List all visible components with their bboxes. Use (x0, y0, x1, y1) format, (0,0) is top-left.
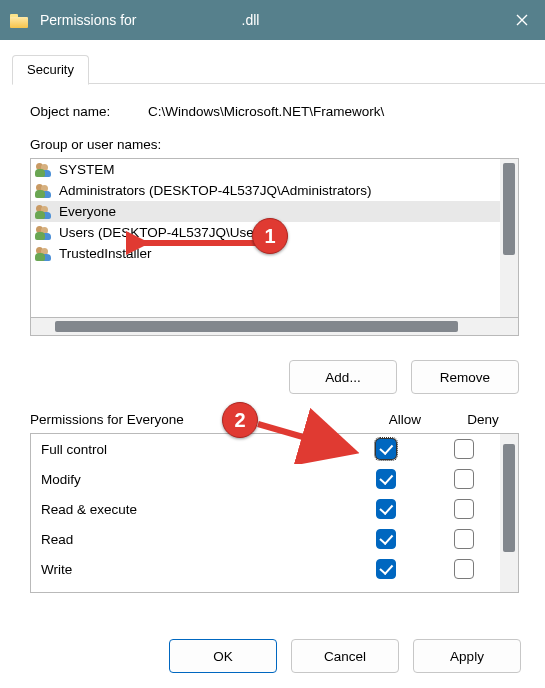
permissions-header: Permissions for Everyone Allow Deny (30, 412, 519, 427)
list-item-label: Users (DESKTOP-4L537JQ\Users) (59, 225, 270, 240)
permission-name: Read & execute (41, 502, 344, 517)
permission-name: Read (41, 532, 344, 547)
groups-listbox[interactable]: SYSTEMAdministrators (DESKTOP-4L537JQ\Ad… (30, 158, 519, 318)
tab-security[interactable]: Security (12, 55, 89, 85)
vertical-scrollbar[interactable] (500, 434, 518, 592)
allow-column-header: Allow (363, 412, 447, 427)
groups-label: Group or user names: (30, 137, 519, 152)
deny-checkbox[interactable] (454, 559, 474, 579)
list-item-label: TrustedInstaller (59, 246, 152, 261)
title-prefix: Permissions for (40, 12, 136, 28)
list-item[interactable]: Administrators (DESKTOP-4L537JQ\Administ… (31, 180, 500, 201)
users-icon (35, 163, 53, 177)
horizontal-scrollbar[interactable] (30, 318, 519, 336)
users-icon (35, 205, 53, 219)
remove-button[interactable]: Remove (411, 360, 519, 394)
close-button[interactable] (499, 0, 545, 40)
list-item-label: Administrators (DESKTOP-4L537JQ\Administ… (59, 183, 372, 198)
title-bar: Permissions for .dll (0, 0, 545, 40)
permission-row: Write (31, 554, 500, 584)
vertical-scrollbar[interactable] (500, 159, 518, 317)
users-icon (35, 184, 53, 198)
list-item[interactable]: SYSTEM (31, 159, 500, 180)
title-filename: .dll (242, 12, 260, 28)
deny-checkbox[interactable] (454, 529, 474, 549)
permissions-title: Permissions for Everyone (30, 412, 363, 427)
object-name-value: C:\Windows\Microsoft.NET\Framework\ (148, 104, 384, 119)
apply-button[interactable]: Apply (413, 639, 521, 673)
object-name-row: Object name: C:\Windows\Microsoft.NET\Fr… (30, 104, 519, 119)
deny-column-header: Deny (447, 412, 519, 427)
tab-strip: Security (12, 54, 545, 84)
users-icon (35, 247, 53, 261)
permission-row: Read & execute (31, 494, 500, 524)
allow-checkbox[interactable] (376, 439, 396, 459)
deny-checkbox[interactable] (454, 469, 474, 489)
object-name-label: Object name: (30, 104, 148, 119)
dialog-button-row: OK Cancel Apply (0, 624, 545, 688)
window-title: Permissions for .dll (40, 12, 499, 28)
allow-checkbox[interactable] (376, 469, 396, 489)
cancel-button[interactable]: Cancel (291, 639, 399, 673)
permissions-list: Full controlModifyRead & executeReadWrit… (30, 433, 519, 593)
allow-checkbox[interactable] (376, 499, 396, 519)
permission-name: Modify (41, 472, 344, 487)
ok-button[interactable]: OK (169, 639, 277, 673)
close-icon (516, 14, 528, 26)
add-button[interactable]: Add... (289, 360, 397, 394)
permission-row: Full control (31, 434, 500, 464)
permission-row: Read (31, 524, 500, 554)
allow-checkbox[interactable] (376, 559, 396, 579)
list-item-label: SYSTEM (59, 162, 115, 177)
users-icon (35, 226, 53, 240)
list-item[interactable]: TrustedInstaller (31, 243, 500, 264)
permission-row: Modify (31, 464, 500, 494)
list-item[interactable]: Users (DESKTOP-4L537JQ\Users) (31, 222, 500, 243)
permission-name: Write (41, 562, 344, 577)
folder-icon (10, 12, 30, 28)
list-item[interactable]: Everyone (31, 201, 500, 222)
deny-checkbox[interactable] (454, 499, 474, 519)
list-item-label: Everyone (59, 204, 116, 219)
allow-checkbox[interactable] (376, 529, 396, 549)
deny-checkbox[interactable] (454, 439, 474, 459)
permission-name: Full control (41, 442, 344, 457)
